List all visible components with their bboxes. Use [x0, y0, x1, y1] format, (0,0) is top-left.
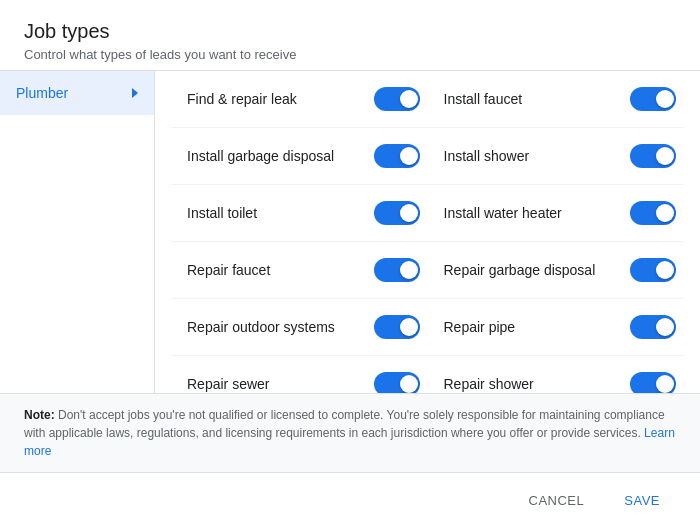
save-button[interactable]: SAVE — [608, 485, 676, 516]
toggle-switch[interactable] — [374, 144, 420, 168]
job-item-left-1: Install garbage disposal — [171, 128, 428, 185]
footer-actions: CANCEL SAVE — [0, 472, 700, 528]
footer-note: Note: Don't accept jobs you're not quali… — [0, 393, 700, 472]
job-item-right-1: Install shower — [428, 128, 685, 185]
job-item-left-5: Repair sewer — [171, 356, 428, 393]
toggle-switch[interactable] — [630, 372, 676, 393]
job-label: Repair sewer — [187, 376, 269, 392]
job-label: Find & repair leak — [187, 91, 297, 107]
toggle-switch[interactable] — [374, 315, 420, 339]
sidebar-item-plumber[interactable]: Plumber — [0, 71, 154, 115]
job-item-right-0: Install faucet — [428, 71, 685, 128]
jobs-grid: Find & repair leak Install faucet Instal… — [171, 71, 684, 393]
job-item-left-3: Repair faucet — [171, 242, 428, 299]
job-label: Repair pipe — [444, 319, 516, 335]
toggle-switch[interactable] — [374, 87, 420, 111]
toggle-switch[interactable] — [374, 201, 420, 225]
toggle-switch[interactable] — [374, 258, 420, 282]
note-bold-label: Note: — [24, 408, 55, 422]
toggle-switch[interactable] — [630, 87, 676, 111]
job-label: Repair outdoor systems — [187, 319, 335, 335]
job-item-left-0: Find & repair leak — [171, 71, 428, 128]
job-label: Install toilet — [187, 205, 257, 221]
toggle-switch[interactable] — [630, 201, 676, 225]
sidebar-item-label: Plumber — [16, 85, 68, 101]
toggle-switch[interactable] — [374, 372, 420, 393]
job-item-left-2: Install toilet — [171, 185, 428, 242]
toggle-switch[interactable] — [630, 315, 676, 339]
job-item-right-3: Repair garbage disposal — [428, 242, 685, 299]
cancel-button[interactable]: CANCEL — [513, 485, 601, 516]
main-content: Plumber Find & repair leak Install fauce… — [0, 70, 700, 393]
page-title: Job types — [24, 20, 676, 43]
job-label: Repair garbage disposal — [444, 262, 596, 278]
note-text: Don't accept jobs you're not qualified o… — [24, 408, 665, 440]
job-item-right-4: Repair pipe — [428, 299, 685, 356]
toggle-switch[interactable] — [630, 258, 676, 282]
job-label: Install garbage disposal — [187, 148, 334, 164]
job-label: Repair shower — [444, 376, 534, 392]
jobs-panel: Find & repair leak Install faucet Instal… — [155, 71, 700, 393]
job-item-left-4: Repair outdoor systems — [171, 299, 428, 356]
page-header: Job types Control what types of leads yo… — [0, 0, 700, 70]
job-item-right-5: Repair shower — [428, 356, 685, 393]
chevron-right-icon — [132, 88, 138, 98]
job-item-right-2: Install water heater — [428, 185, 685, 242]
job-label: Repair faucet — [187, 262, 270, 278]
sidebar: Plumber — [0, 71, 155, 393]
toggle-switch[interactable] — [630, 144, 676, 168]
page-subtitle: Control what types of leads you want to … — [24, 47, 676, 62]
page-container: Job types Control what types of leads yo… — [0, 0, 700, 528]
job-label: Install water heater — [444, 205, 562, 221]
job-label: Install faucet — [444, 91, 523, 107]
job-label: Install shower — [444, 148, 530, 164]
